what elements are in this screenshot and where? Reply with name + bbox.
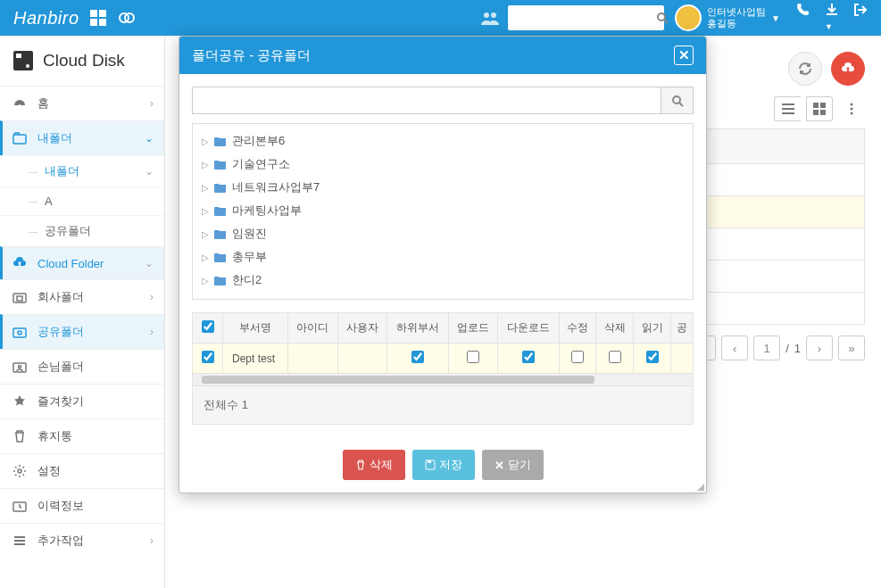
folder-icon	[214, 182, 227, 193]
modal-save-button[interactable]: 저장	[412, 450, 475, 480]
sidebar-item-cloud-folder[interactable]: Cloud Folder ⌄	[0, 246, 164, 279]
download-icon[interactable]: ▼	[825, 3, 839, 33]
tree-item[interactable]: ▷관리본부6	[202, 129, 684, 153]
avatar	[675, 4, 702, 31]
sidebar: Cloud Disk 홈 › 내폴더 ⌄ 내폴더 ⌄ A 공유폴더	[0, 36, 165, 588]
perm-row[interactable]: Dept test	[193, 344, 694, 374]
horizontal-scrollbar[interactable]	[192, 374, 694, 386]
user-block[interactable]: 인터넷사업팀 홍길동 ▼	[675, 4, 780, 31]
share-folder-icon	[11, 325, 29, 339]
edit-checkbox[interactable]	[571, 351, 584, 363]
sidebar-item-favorites[interactable]: 즐겨찾기	[0, 384, 164, 418]
col-id[interactable]: 아이디	[288, 313, 337, 344]
svg-rect-31	[813, 110, 819, 115]
col-more[interactable]: 공	[671, 313, 694, 344]
top-search[interactable]	[508, 5, 664, 30]
page-next-button[interactable]: ›	[806, 335, 833, 360]
list-view-button[interactable]	[774, 96, 801, 121]
col-dept[interactable]: 부서명	[223, 313, 288, 344]
tree-label: 임원진	[232, 226, 267, 242]
sidebar-item-home[interactable]: 홈 ›	[0, 86, 164, 120]
col-user[interactable]: 사용자	[337, 313, 386, 344]
cloud-sync-icon[interactable]	[117, 8, 137, 28]
page-prev-button[interactable]: ‹	[721, 335, 748, 360]
svg-rect-39	[428, 460, 431, 463]
grid-view-button[interactable]	[806, 96, 833, 121]
modal-header[interactable]: 폴더공유 - 공유폴더 ✕	[179, 37, 706, 74]
sidebar-item-my-folder[interactable]: 내폴더 ⌄	[0, 120, 164, 155]
delete-checkbox[interactable]	[609, 351, 621, 363]
brand-logo: Hanbiro	[13, 8, 79, 29]
col-edit[interactable]: 수정	[559, 313, 596, 344]
col-delete[interactable]: 삭제	[596, 313, 634, 344]
svg-rect-14	[13, 135, 26, 144]
tree-item[interactable]: ▷총무부	[202, 245, 684, 269]
col-subdept[interactable]: 하위부서	[386, 313, 448, 344]
folder-icon	[214, 252, 227, 262]
dept-tree[interactable]: ▷관리본부6▷기술연구소▷네트워크사업부7▷마케팅사업부▷임원진▷총무부▷한디2	[192, 123, 694, 300]
chevron-down-icon[interactable]: ▼	[771, 13, 780, 23]
col-check[interactable]	[193, 313, 223, 344]
chevron-right-icon: ›	[150, 97, 154, 110]
sidebar-label-favorites: 즐겨찾기	[37, 393, 84, 410]
sidebar-sub-label: A	[45, 195, 53, 208]
col-read[interactable]: 읽기	[634, 313, 671, 344]
svg-rect-32	[820, 110, 826, 115]
read-checkbox[interactable]	[646, 351, 659, 363]
row-checkbox[interactable]	[202, 351, 214, 363]
sidebar-item-more-work[interactable]: 추가작업 ›	[0, 523, 164, 558]
sidebar-item-history[interactable]: 이력정보	[0, 488, 164, 523]
modal-search-button[interactable]	[661, 87, 694, 114]
refresh-button[interactable]	[788, 52, 822, 86]
page-current[interactable]: 1	[753, 335, 780, 360]
download-checkbox[interactable]	[522, 351, 535, 363]
sidebar-item-company-folder[interactable]: 회사폴더 ›	[0, 279, 164, 314]
tree-item[interactable]: ▷임원진	[202, 222, 684, 245]
folder-icon	[214, 205, 227, 216]
svg-point-7	[491, 12, 496, 18]
svg-rect-23	[14, 536, 25, 538]
tree-item[interactable]: ▷기술연구소	[202, 153, 684, 176]
svg-rect-16	[17, 296, 22, 301]
tree-item[interactable]: ▷한디2	[202, 269, 684, 292]
user-team: 인터넷사업팀	[707, 6, 766, 18]
total-label: 전체수	[204, 398, 238, 411]
caret-icon: ▷	[202, 160, 209, 170]
sidebar-sub-a[interactable]: A	[0, 186, 164, 215]
svg-rect-25	[14, 543, 25, 545]
people-icon[interactable]	[478, 5, 503, 30]
share-modal: 폴더공유 - 공유폴더 ✕ ▷관리본부6▷기술연구소▷네트워크사업부7▷마케팅사…	[179, 36, 707, 493]
apps-icon[interactable]	[88, 8, 108, 28]
tree-item[interactable]: ▷마케팅사업부	[202, 199, 684, 222]
page-last-button[interactable]: »	[838, 335, 865, 360]
sidebar-sub-shared[interactable]: 공유폴더	[0, 215, 164, 246]
tree-item[interactable]: ▷네트워크사업부7	[202, 176, 684, 199]
cloud-upload-button[interactable]	[831, 52, 865, 86]
more-options-button[interactable]	[838, 96, 865, 121]
svg-point-6	[484, 12, 489, 18]
upload-checkbox[interactable]	[467, 351, 479, 363]
phone-icon[interactable]	[796, 3, 810, 33]
company-folder-icon	[11, 290, 29, 304]
modal-cancel-button[interactable]: ✕ 닫기	[482, 450, 544, 480]
svg-rect-11	[16, 54, 21, 58]
sidebar-label-guest: 손님폴더	[37, 359, 84, 375]
top-search-input[interactable]	[508, 12, 656, 24]
select-all-checkbox[interactable]	[202, 320, 214, 333]
modal-footer: 삭제 저장 ✕ 닫기	[179, 437, 706, 493]
sidebar-item-share-folder[interactable]: 공유폴더 ›	[0, 314, 164, 349]
sidebar-item-settings[interactable]: 설정	[0, 453, 164, 488]
subdept-checkbox[interactable]	[411, 351, 424, 363]
modal-close-button[interactable]: ✕	[674, 46, 694, 65]
col-download[interactable]: 다운로드	[497, 313, 559, 344]
resize-handle[interactable]	[694, 480, 704, 491]
modal-delete-button[interactable]: 삭제	[343, 450, 405, 480]
sidebar-sub-my-folder[interactable]: 내폴더 ⌄	[0, 155, 164, 186]
sidebar-item-guest-folder[interactable]: 손님폴더	[0, 349, 164, 384]
search-icon[interactable]	[656, 12, 669, 24]
modal-search-input[interactable]	[192, 87, 661, 114]
svg-rect-29	[813, 103, 819, 108]
logout-icon[interactable]	[853, 3, 868, 33]
col-upload[interactable]: 업로드	[448, 313, 497, 344]
sidebar-item-trash[interactable]: 휴지통	[0, 418, 164, 453]
